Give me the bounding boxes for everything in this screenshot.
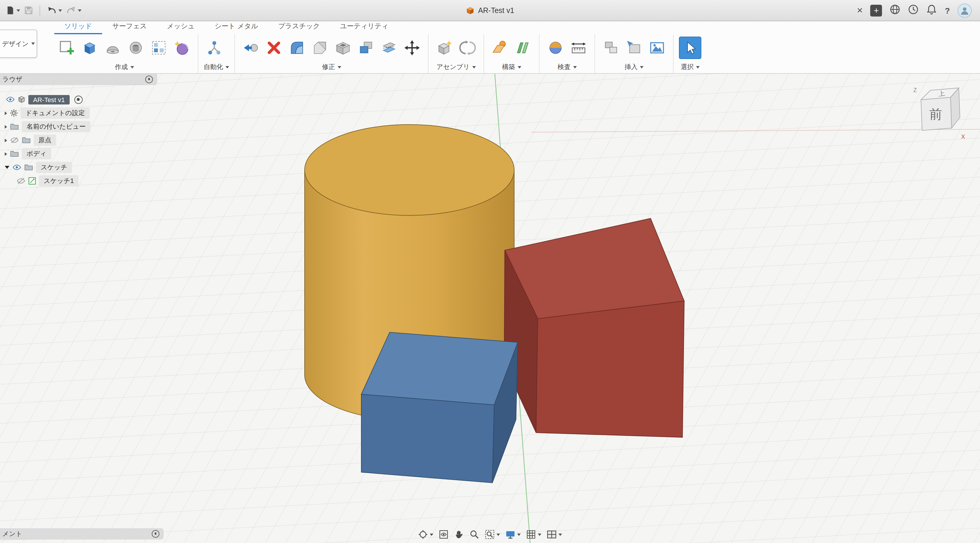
chevron-right-icon[interactable] <box>5 138 7 142</box>
construction-axis-icon[interactable] <box>512 37 534 59</box>
new-component-icon[interactable] <box>434 37 455 59</box>
select-cursor-icon[interactable] <box>679 37 702 59</box>
combine-icon[interactable] <box>355 37 377 59</box>
eye-icon[interactable] <box>13 164 21 171</box>
workspace-selector[interactable]: デザイン <box>0 30 37 58</box>
redo-icon <box>66 6 76 14</box>
help-icon[interactable]: ? <box>945 6 950 15</box>
undo-button[interactable] <box>47 6 62 14</box>
shell-icon[interactable] <box>332 37 354 59</box>
close-tab-icon[interactable]: × <box>857 5 863 15</box>
tab-utility[interactable]: ユーティリティ <box>330 22 398 34</box>
look-at-button[interactable] <box>439 529 449 540</box>
chevron-right-icon[interactable] <box>5 152 7 156</box>
create-sketch-icon[interactable] <box>56 37 77 59</box>
select-menu[interactable]: 選択 <box>679 63 702 71</box>
activate-component-radio[interactable] <box>75 95 83 103</box>
tree-item-root-label[interactable]: AR-Test v1 <box>28 95 70 104</box>
hole-icon[interactable] <box>125 37 146 59</box>
display-settings-button[interactable] <box>505 529 521 540</box>
extrude-icon[interactable] <box>79 37 100 59</box>
viewport-3d[interactable]: ラウザ AR-Test v1 <box>0 73 980 543</box>
viewcube[interactable]: Z 上 前 X <box>913 86 967 140</box>
tree-row-sketches[interactable]: スケッチ <box>0 162 157 173</box>
assemble-menu[interactable]: アセンブリ <box>434 63 478 71</box>
redo-button[interactable] <box>66 6 81 14</box>
job-status-clock-icon[interactable] <box>908 4 919 17</box>
automate-menu[interactable]: 自動化 <box>204 63 229 71</box>
orbit-button[interactable] <box>418 529 433 540</box>
document-tab[interactable]: AR-Test v1 <box>466 0 514 21</box>
inspect-menu[interactable]: 検査 <box>545 63 589 71</box>
canvas-image-icon[interactable] <box>646 37 668 59</box>
tree-item-label[interactable]: 原点 <box>33 135 56 146</box>
tree-item-label[interactable]: ボディ <box>22 148 51 159</box>
tab-solid[interactable]: ソリッド <box>54 22 102 34</box>
extensions-globe-icon[interactable] <box>890 4 900 17</box>
zoom-button[interactable] <box>469 529 479 540</box>
tree-item-label[interactable]: ドキュメントの設定 <box>21 107 90 119</box>
tree-row-named-views[interactable]: 名前の付いたビュー <box>0 121 157 132</box>
chevron-right-icon[interactable] <box>5 125 7 129</box>
modify-menu[interactable]: 修正 <box>240 63 423 71</box>
revolve-icon[interactable] <box>102 37 123 59</box>
chevron-down-icon <box>538 533 541 536</box>
save-button[interactable] <box>24 6 33 15</box>
tree-row-origin[interactable]: 原点 <box>0 135 157 146</box>
chevron-expanded-icon[interactable] <box>5 166 10 169</box>
split-body-icon[interactable] <box>379 37 400 59</box>
tree-item-label[interactable]: スケッチ1 <box>39 175 78 186</box>
fillet-icon[interactable] <box>286 37 307 59</box>
pattern-icon[interactable] <box>148 37 169 59</box>
group-construct: 構築 <box>484 34 539 73</box>
pan-button[interactable] <box>454 529 464 540</box>
chevron-right-icon[interactable] <box>5 111 7 115</box>
browser-header[interactable]: ラウザ <box>0 74 157 84</box>
tree-row-sketch1[interactable]: スケッチ1 <box>0 175 157 186</box>
eye-off-icon[interactable] <box>16 178 25 184</box>
automate-icon[interactable] <box>204 37 225 59</box>
tab-surface[interactable]: サーフェス <box>102 22 157 34</box>
tree-row-root[interactable]: AR-Test v1 <box>0 94 157 105</box>
construct-menu[interactable]: 構築 <box>489 63 534 71</box>
chamfer-icon[interactable] <box>309 37 331 59</box>
notifications-bell-icon[interactable] <box>927 4 937 17</box>
browser-collapse-button[interactable] <box>145 75 153 83</box>
tree-item-label[interactable]: 名前の付いたビュー <box>22 121 91 132</box>
insert-menu[interactable]: 挿入 <box>600 63 668 71</box>
tab-mesh[interactable]: メッシュ <box>157 22 205 34</box>
fit-button[interactable] <box>485 529 500 540</box>
chevron-down-icon <box>16 9 20 11</box>
move-icon[interactable] <box>401 37 423 59</box>
tree-row-bodies[interactable]: ボディ <box>0 148 157 159</box>
insert-derive-icon[interactable] <box>600 37 622 59</box>
create-menu[interactable]: 作成 <box>56 63 192 71</box>
save-icon <box>24 6 33 15</box>
body-blue-cube[interactable] <box>361 332 518 483</box>
tab-plastic[interactable]: プラスチック <box>268 22 330 34</box>
joint-icon[interactable] <box>457 37 478 59</box>
delete-icon[interactable] <box>263 37 285 59</box>
component-icon <box>18 95 25 103</box>
new-tab-button[interactable]: + <box>870 5 882 16</box>
file-menu-button[interactable] <box>6 6 20 15</box>
chevron-down-icon <box>59 9 62 11</box>
eye-off-icon[interactable] <box>10 137 19 143</box>
ribbon-toolbar: デザイン ソリッド サーフェス メッシュ シート メタル プラスチック ユーティ… <box>0 21 980 74</box>
tree-item-label[interactable]: スケッチ <box>36 162 72 173</box>
construction-plane-icon[interactable] <box>489 37 511 59</box>
eye-icon[interactable] <box>6 96 15 103</box>
decal-icon[interactable] <box>624 37 645 59</box>
tree-row-document-settings[interactable]: ドキュメントの設定 <box>0 107 157 119</box>
viewports-button[interactable] <box>547 529 562 540</box>
grid-snaps-button[interactable] <box>526 529 541 540</box>
body-red-cube[interactable] <box>504 218 684 437</box>
create-form-icon[interactable] <box>171 37 192 59</box>
user-avatar[interactable] <box>958 3 972 17</box>
tab-sheet-metal[interactable]: シート メタル <box>205 22 268 34</box>
press-pull-icon[interactable] <box>240 37 261 59</box>
comments-bar[interactable]: メント <box>0 528 164 539</box>
measure-icon[interactable] <box>568 37 589 59</box>
analysis-sphere-icon[interactable] <box>545 37 566 59</box>
comments-collapse-button[interactable] <box>152 530 159 537</box>
